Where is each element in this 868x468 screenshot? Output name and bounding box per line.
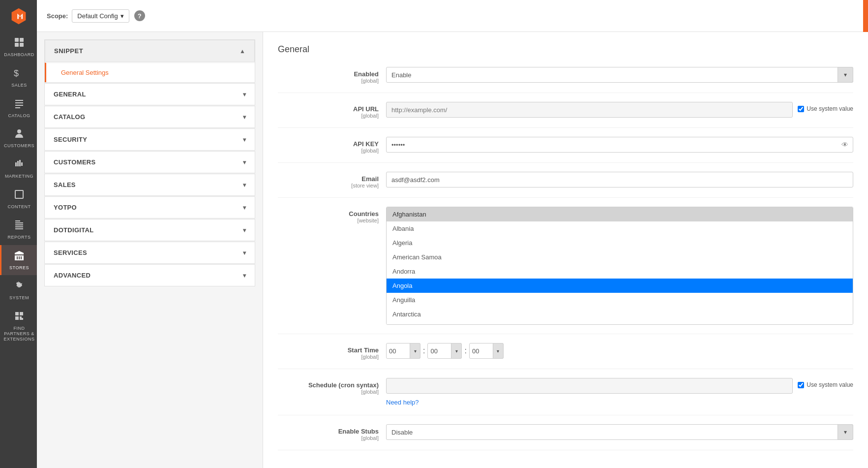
sidebar-item-sales[interactable]: $ SALES (0, 62, 37, 93)
svg-point-5 (17, 129, 21, 133)
schedule-label: Schedule (cron syntax) (278, 381, 379, 389)
need-help-link[interactable]: Need help? (386, 399, 419, 406)
enabled-select[interactable]: Enable Disable (386, 67, 853, 83)
minutes-select[interactable]: 00 (427, 343, 462, 359)
form-row-enable-stubs: Enable Stubs [global] Enable Disable ▾ (278, 424, 853, 450)
sidebar-item-marketing[interactable]: MARKETING (0, 154, 37, 184)
start-time-control-group: 00 ▾ : 00 ▾ : (386, 343, 853, 359)
sidebar-item-reports[interactable]: REPORTS (0, 215, 37, 245)
country-item[interactable]: American Samoa (387, 250, 853, 264)
enable-stubs-select[interactable]: Enable Disable (386, 424, 853, 440)
sidebar-item-catalog[interactable]: CATALOG (0, 93, 37, 124)
schedule-label-group: Schedule (cron syntax) [global] (278, 378, 386, 395)
countries-control-group: Afghanistan Albania Algeria American Sam… (386, 207, 853, 325)
seconds-select[interactable]: 00 (469, 343, 504, 359)
chevron-down-icon: ▾ (243, 182, 246, 188)
accordion-catalog-header[interactable]: CATALOG ▾ (45, 106, 255, 127)
time-separator-2: : (464, 346, 466, 355)
schedule-control-group: Use system value (386, 378, 853, 394)
svg-rect-3 (20, 43, 24, 47)
start-time-label: Start Time (278, 346, 379, 354)
chevron-down-icon: ▾ (243, 250, 246, 256)
sidebar-item-label: FIND PARTNERS & EXTENSIONS (4, 326, 35, 342)
api-url-use-system-label: Use system value (807, 105, 853, 112)
country-item[interactable]: Antarctica (387, 307, 853, 321)
api-url-use-system[interactable]: Use system value (798, 102, 853, 112)
country-item-angola[interactable]: Angola (387, 279, 853, 293)
country-item[interactable]: Algeria (387, 236, 853, 250)
schedule-input[interactable] (386, 378, 793, 394)
sidebar-item-extensions[interactable]: FIND PARTNERS & EXTENSIONS (0, 306, 37, 346)
form-row-api-url: API URL [global] Use system value (278, 102, 853, 128)
help-icon[interactable]: ? (134, 10, 145, 21)
sidebar-item-stores[interactable]: STORES (0, 245, 37, 276)
enabled-sub-label: [global] (278, 78, 379, 84)
sidebar-item-dashboard[interactable]: DASHBOARD (0, 32, 37, 62)
api-url-input[interactable] (386, 102, 793, 118)
schedule-use-system[interactable]: Use system value (798, 378, 853, 388)
accordion-security-label: SECURITY (54, 136, 87, 143)
general-settings-item[interactable]: General Settings (45, 62, 255, 82)
password-toggle-icon[interactable]: 👁 (841, 141, 848, 149)
sidebar: DASHBOARD $ SALES CATALOG CUSTOMERS MARK… (0, 0, 37, 468)
countries-listbox[interactable]: Afghanistan Albania Algeria American Sam… (386, 207, 853, 325)
accordion-catalog-label: CATALOG (54, 113, 85, 121)
accordion-yotpo: YOTPO ▾ (44, 196, 255, 218)
customers-icon (14, 128, 25, 141)
svg-rect-0 (15, 38, 19, 42)
api-key-input[interactable] (386, 137, 853, 153)
hours-wrapper: 00 ▾ (386, 343, 420, 359)
accordion-general: GENERAL ▾ (44, 83, 255, 105)
countries-label: Countries (278, 210, 379, 218)
sidebar-item-content[interactable]: CONTENT (0, 184, 37, 215)
email-input[interactable] (386, 172, 853, 187)
seconds-wrapper: 00 ▾ (469, 343, 504, 359)
notification-bar (863, 0, 868, 32)
svg-text:$: $ (14, 68, 19, 78)
start-time-label-group: Start Time [global] (278, 343, 386, 360)
accordion-general-header[interactable]: GENERAL ▾ (45, 84, 255, 105)
sidebar-item-label: CATALOG (8, 113, 30, 119)
accordion-sales-header[interactable]: SALES ▾ (45, 174, 255, 195)
snippet-title: SNIPPET (54, 47, 83, 55)
scope-value: Default Config (77, 12, 118, 20)
accordion-security-header[interactable]: SECURITY ▾ (45, 129, 255, 150)
api-key-control-group: 👁 (386, 137, 853, 153)
sidebar-item-system[interactable]: SYSTEM (0, 275, 37, 306)
svg-rect-6 (15, 190, 23, 198)
api-key-label-group: API KEY [global] (278, 137, 386, 154)
api-url-sub-label: [global] (278, 113, 379, 119)
country-item[interactable]: Afghanistan (387, 207, 853, 221)
accordion-advanced-header[interactable]: ADVANCED ▾ (45, 265, 255, 286)
email-label: Email (278, 175, 379, 183)
schedule-checkbox[interactable] (798, 382, 804, 388)
api-key-label: API KEY (278, 140, 379, 148)
accordion-yotpo-header[interactable]: YOTPO ▾ (45, 197, 255, 218)
accordion-customers-header[interactable]: CUSTOMERS ▾ (45, 152, 255, 173)
country-item[interactable]: Anguilla (387, 293, 853, 307)
api-key-sub-label: [global] (278, 148, 379, 154)
system-icon (14, 280, 25, 293)
accordion-dotdigital-header[interactable]: DOTDIGITAL ▾ (45, 219, 255, 241)
chevron-down-icon: ▾ (243, 91, 246, 98)
countries-label-group: Countries [website] (278, 207, 386, 223)
api-url-checkbox[interactable] (798, 106, 804, 112)
snippet-header[interactable]: SNIPPET ▲ (45, 40, 255, 62)
sidebar-item-label: SYSTEM (9, 295, 29, 301)
accordion-services-header[interactable]: SERVICES ▾ (45, 242, 255, 263)
country-item[interactable]: Albania (387, 221, 853, 236)
scope-select[interactable]: Default Config ▾ (72, 9, 129, 23)
country-item[interactable]: Antigua & Barbuda (387, 321, 853, 325)
accordion-snippet: SNIPPET ▲ General Settings (44, 39, 255, 83)
sidebar-logo[interactable] (0, 0, 37, 32)
enabled-control-group: Enable Disable ▾ (386, 67, 853, 83)
country-item[interactable]: Andorra (387, 264, 853, 279)
sidebar-item-customers[interactable]: CUSTOMERS (0, 123, 37, 154)
enable-stubs-select-wrapper: Enable Disable ▾ (386, 424, 853, 440)
accordion-sales-label: SALES (54, 181, 76, 188)
accordion-advanced: ADVANCED ▾ (44, 264, 255, 286)
enable-stubs-sub-label: [global] (278, 435, 379, 441)
chevron-down-icon: ▾ (243, 227, 246, 234)
content-area: SNIPPET ▲ General Settings GENERAL ▾ (37, 32, 868, 468)
hours-select[interactable]: 00 (386, 343, 420, 359)
